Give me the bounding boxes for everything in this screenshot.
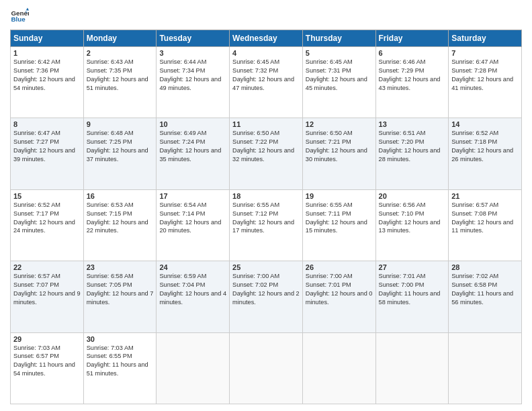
day-info: Sunrise: 6:45 AMSunset: 7:32 PMDaylight:… bbox=[232, 58, 300, 93]
table-row: 8Sunrise: 6:47 AMSunset: 7:27 PMDaylight… bbox=[11, 118, 84, 189]
day-info: Sunrise: 6:43 AMSunset: 7:35 PMDaylight:… bbox=[87, 58, 154, 93]
day-number: 19 bbox=[306, 192, 373, 200]
table-row: 19Sunrise: 6:55 AMSunset: 7:11 PMDayligh… bbox=[302, 189, 375, 261]
table-row bbox=[302, 332, 375, 404]
day-info: Sunrise: 6:47 AMSunset: 7:27 PMDaylight:… bbox=[13, 129, 81, 164]
table-row bbox=[230, 332, 303, 404]
table-row: 9Sunrise: 6:48 AMSunset: 7:25 PMDaylight… bbox=[83, 118, 157, 189]
day-info: Sunrise: 7:02 AMSunset: 6:58 PMDaylight:… bbox=[451, 272, 519, 307]
day-number: 27 bbox=[379, 263, 446, 271]
table-row: 14Sunrise: 6:52 AMSunset: 7:18 PMDayligh… bbox=[449, 118, 522, 189]
day-info: Sunrise: 6:48 AMSunset: 7:25 PMDaylight:… bbox=[87, 129, 154, 164]
day-info: Sunrise: 7:01 AMSunset: 7:00 PMDaylight:… bbox=[379, 272, 446, 307]
day-number: 8 bbox=[13, 120, 81, 128]
day-number: 16 bbox=[87, 192, 154, 200]
day-of-week-header: Tuesday bbox=[157, 30, 230, 47]
day-info: Sunrise: 6:55 AMSunset: 7:11 PMDaylight:… bbox=[306, 201, 373, 236]
day-info: Sunrise: 6:59 AMSunset: 7:04 PMDaylight:… bbox=[159, 272, 226, 307]
day-number: 4 bbox=[232, 49, 300, 57]
svg-text:Blue: Blue bbox=[11, 15, 26, 23]
day-of-week-header: Friday bbox=[375, 30, 449, 47]
day-number: 25 bbox=[232, 263, 300, 271]
day-number: 11 bbox=[232, 120, 300, 128]
day-info: Sunrise: 6:46 AMSunset: 7:29 PMDaylight:… bbox=[379, 58, 446, 93]
day-info: Sunrise: 6:44 AMSunset: 7:34 PMDaylight:… bbox=[159, 58, 226, 93]
table-row: 3Sunrise: 6:44 AMSunset: 7:34 PMDaylight… bbox=[157, 47, 230, 118]
day-info: Sunrise: 6:45 AMSunset: 7:31 PMDaylight:… bbox=[306, 58, 373, 93]
day-of-week-header: Monday bbox=[83, 30, 157, 47]
header: General Blue bbox=[10, 7, 522, 26]
table-row: 4Sunrise: 6:45 AMSunset: 7:32 PMDaylight… bbox=[230, 47, 303, 118]
table-row: 30Sunrise: 7:03 AMSunset: 6:55 PMDayligh… bbox=[83, 332, 157, 404]
table-row: 10Sunrise: 6:49 AMSunset: 7:24 PMDayligh… bbox=[157, 118, 230, 189]
table-row: 6Sunrise: 6:46 AMSunset: 7:29 PMDaylight… bbox=[375, 47, 449, 118]
day-of-week-header: Saturday bbox=[449, 30, 522, 47]
logo-icon: General Blue bbox=[10, 7, 29, 26]
day-number: 14 bbox=[451, 120, 519, 128]
table-row: 29Sunrise: 7:03 AMSunset: 6:57 PMDayligh… bbox=[11, 332, 84, 404]
day-info: Sunrise: 6:58 AMSunset: 7:05 PMDaylight:… bbox=[87, 272, 154, 307]
day-number: 22 bbox=[13, 263, 81, 271]
day-number: 17 bbox=[159, 192, 226, 200]
day-number: 6 bbox=[379, 49, 446, 57]
calendar: SundayMondayTuesdayWednesdayThursdayFrid… bbox=[10, 30, 522, 404]
day-number: 13 bbox=[379, 120, 446, 128]
table-row bbox=[375, 332, 449, 404]
day-info: Sunrise: 6:54 AMSunset: 7:14 PMDaylight:… bbox=[159, 201, 226, 236]
table-row: 11Sunrise: 6:50 AMSunset: 7:22 PMDayligh… bbox=[230, 118, 303, 189]
day-info: Sunrise: 6:56 AMSunset: 7:10 PMDaylight:… bbox=[379, 201, 446, 236]
table-row: 22Sunrise: 6:57 AMSunset: 7:07 PMDayligh… bbox=[11, 261, 84, 332]
day-number: 12 bbox=[306, 120, 373, 128]
day-number: 7 bbox=[451, 49, 519, 57]
table-row: 24Sunrise: 6:59 AMSunset: 7:04 PMDayligh… bbox=[157, 261, 230, 332]
day-number: 28 bbox=[451, 263, 519, 271]
day-info: Sunrise: 6:53 AMSunset: 7:15 PMDaylight:… bbox=[87, 201, 154, 236]
table-row: 26Sunrise: 7:00 AMSunset: 7:01 PMDayligh… bbox=[302, 261, 375, 332]
table-row: 28Sunrise: 7:02 AMSunset: 6:58 PMDayligh… bbox=[449, 261, 522, 332]
day-number: 23 bbox=[87, 263, 154, 271]
day-number: 10 bbox=[159, 120, 226, 128]
day-number: 15 bbox=[13, 192, 81, 200]
day-number: 26 bbox=[306, 263, 373, 271]
day-number: 9 bbox=[87, 120, 154, 128]
day-number: 29 bbox=[13, 335, 81, 343]
day-number: 24 bbox=[159, 263, 226, 271]
day-of-week-header: Sunday bbox=[11, 30, 84, 47]
day-info: Sunrise: 7:00 AMSunset: 7:01 PMDaylight:… bbox=[306, 272, 373, 307]
table-row: 17Sunrise: 6:54 AMSunset: 7:14 PMDayligh… bbox=[157, 189, 230, 261]
day-of-week-header: Thursday bbox=[302, 30, 375, 47]
day-number: 20 bbox=[379, 192, 446, 200]
table-row: 7Sunrise: 6:47 AMSunset: 7:28 PMDaylight… bbox=[449, 47, 522, 118]
day-info: Sunrise: 6:50 AMSunset: 7:21 PMDaylight:… bbox=[306, 129, 373, 164]
table-row: 2Sunrise: 6:43 AMSunset: 7:35 PMDaylight… bbox=[83, 47, 157, 118]
day-info: Sunrise: 6:42 AMSunset: 7:36 PMDaylight:… bbox=[13, 58, 81, 93]
table-row bbox=[157, 332, 230, 404]
day-info: Sunrise: 6:52 AMSunset: 7:18 PMDaylight:… bbox=[451, 129, 519, 164]
day-number: 3 bbox=[159, 49, 226, 57]
table-row: 23Sunrise: 6:58 AMSunset: 7:05 PMDayligh… bbox=[83, 261, 157, 332]
table-row: 13Sunrise: 6:51 AMSunset: 7:20 PMDayligh… bbox=[375, 118, 449, 189]
table-row: 1Sunrise: 6:42 AMSunset: 7:36 PMDaylight… bbox=[11, 47, 84, 118]
day-info: Sunrise: 6:47 AMSunset: 7:28 PMDaylight:… bbox=[451, 58, 519, 93]
day-info: Sunrise: 7:03 AMSunset: 6:57 PMDaylight:… bbox=[13, 344, 81, 379]
table-row: 21Sunrise: 6:57 AMSunset: 7:08 PMDayligh… bbox=[449, 189, 522, 261]
day-info: Sunrise: 6:57 AMSunset: 7:08 PMDaylight:… bbox=[451, 201, 519, 236]
day-info: Sunrise: 7:00 AMSunset: 7:02 PMDaylight:… bbox=[232, 272, 300, 307]
day-info: Sunrise: 6:55 AMSunset: 7:12 PMDaylight:… bbox=[232, 201, 300, 236]
day-of-week-header: Wednesday bbox=[230, 30, 303, 47]
table-row: 27Sunrise: 7:01 AMSunset: 7:00 PMDayligh… bbox=[375, 261, 449, 332]
day-number: 1 bbox=[13, 49, 81, 57]
day-info: Sunrise: 7:03 AMSunset: 6:55 PMDaylight:… bbox=[87, 344, 154, 379]
table-row: 5Sunrise: 6:45 AMSunset: 7:31 PMDaylight… bbox=[302, 47, 375, 118]
table-row: 25Sunrise: 7:00 AMSunset: 7:02 PMDayligh… bbox=[230, 261, 303, 332]
day-info: Sunrise: 6:52 AMSunset: 7:17 PMDaylight:… bbox=[13, 201, 81, 236]
day-info: Sunrise: 6:51 AMSunset: 7:20 PMDaylight:… bbox=[379, 129, 446, 164]
table-row: 12Sunrise: 6:50 AMSunset: 7:21 PMDayligh… bbox=[302, 118, 375, 189]
table-row: 20Sunrise: 6:56 AMSunset: 7:10 PMDayligh… bbox=[375, 189, 449, 261]
logo: General Blue bbox=[10, 7, 32, 26]
day-info: Sunrise: 6:50 AMSunset: 7:22 PMDaylight:… bbox=[232, 129, 300, 164]
table-row: 15Sunrise: 6:52 AMSunset: 7:17 PMDayligh… bbox=[11, 189, 84, 261]
table-row: 18Sunrise: 6:55 AMSunset: 7:12 PMDayligh… bbox=[230, 189, 303, 261]
day-number: 2 bbox=[87, 49, 154, 57]
day-number: 5 bbox=[306, 49, 373, 57]
